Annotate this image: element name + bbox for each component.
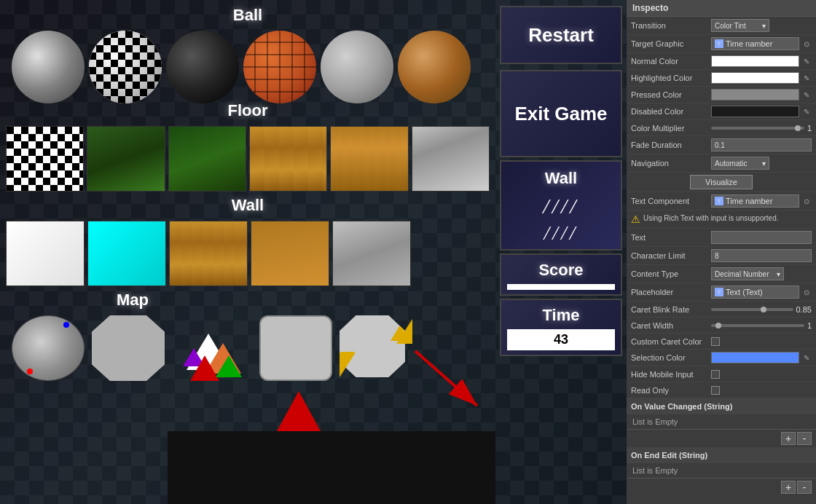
wall-tile-cyan[interactable] bbox=[87, 221, 166, 286]
text-component-row: Text Component T Time namber ⊙ bbox=[627, 192, 816, 210]
target-graphic-pick-btn[interactable]: ⊙ bbox=[801, 39, 812, 49]
selection-color-box[interactable] bbox=[711, 352, 799, 363]
text-input[interactable] bbox=[711, 231, 812, 244]
target-graphic-value: T Time namber ⊙ bbox=[711, 37, 812, 50]
normal-color-box[interactable] bbox=[711, 55, 799, 67]
floor-tile-checker[interactable] bbox=[6, 126, 84, 192]
pressed-color-box[interactable] bbox=[711, 89, 799, 101]
text-label: Text bbox=[631, 233, 711, 242]
restart-button[interactable]: Restart bbox=[500, 6, 622, 64]
custom-caret-color-row: Custom Caret Color bbox=[627, 334, 816, 350]
content-type-value: Decimal Number ▾ bbox=[711, 267, 812, 280]
visualize-row: Visualize bbox=[627, 173, 816, 192]
disabled-color-box[interactable] bbox=[711, 106, 799, 117]
selection-color-edit-btn[interactable]: ✎ bbox=[801, 353, 812, 363]
highlighted-color-label: Highlighted Color bbox=[631, 74, 711, 82]
wall-tile-metal[interactable] bbox=[332, 221, 411, 286]
ball-checker[interactable] bbox=[89, 31, 162, 103]
normal-color-row: Normal Color ✎ bbox=[627, 53, 816, 70]
color-multiplier-value: 1 bbox=[711, 124, 812, 133]
ball-section: Ball bbox=[0, 0, 495, 109]
on-value-changed-controls: + - bbox=[627, 429, 816, 447]
caret-blink-rate-slider[interactable] bbox=[711, 308, 793, 311]
content-type-dropdown[interactable]: Decimal Number ▾ bbox=[711, 267, 784, 280]
wall-tile-wood1[interactable] bbox=[169, 221, 248, 286]
wall-section-label: Wall bbox=[0, 193, 495, 218]
on-value-changed-header: On Value Changed (String) bbox=[627, 398, 816, 414]
wall-panel-label: Wall bbox=[504, 166, 618, 191]
caret-width-row: Caret Width 1 bbox=[627, 318, 816, 334]
transition-value: Color Tint ▾ bbox=[711, 19, 812, 32]
map-section-label: Map bbox=[0, 288, 495, 312]
floor-tile-wood2[interactable] bbox=[330, 126, 408, 192]
floor-section-label: Floor bbox=[0, 98, 495, 123]
ball-section-label: Ball bbox=[6, 3, 490, 28]
caret-blink-rate-row: Caret Blink Rate 0.85 bbox=[627, 302, 816, 318]
map-triangles[interactable] bbox=[172, 315, 252, 381]
ball-basketball[interactable] bbox=[243, 31, 316, 103]
ball-dark[interactable] bbox=[166, 31, 239, 103]
read-only-checkbox[interactable] bbox=[711, 386, 720, 395]
inspector-panel: Inspecto Transition Color Tint ▾ Target … bbox=[627, 0, 816, 504]
read-only-label: Read Only bbox=[631, 386, 711, 395]
navigation-dropdown[interactable]: Automatic ▾ bbox=[711, 157, 769, 170]
svg-line-1 bbox=[415, 351, 477, 406]
pressed-color-row: Pressed Color ✎ bbox=[627, 87, 816, 103]
char-limit-row: Character Limit bbox=[627, 247, 816, 265]
map-rounded-rect[interactable] bbox=[259, 315, 332, 381]
wall-tile-wood2[interactable] bbox=[251, 221, 329, 286]
color-multiplier-slider-row: 1 bbox=[711, 124, 812, 133]
hide-mobile-input-checkbox[interactable] bbox=[711, 370, 720, 379]
on-end-edit-add-btn[interactable]: + bbox=[781, 481, 796, 494]
on-value-changed-remove-btn[interactable]: - bbox=[797, 432, 812, 445]
highlighted-color-box[interactable] bbox=[711, 72, 799, 84]
floor-tile-wood1[interactable] bbox=[249, 126, 327, 192]
score-label: Score bbox=[504, 258, 618, 283]
char-limit-label: Character Limit bbox=[631, 251, 711, 260]
exit-button[interactable]: Exit Game bbox=[500, 70, 622, 157]
color-multiplier-slider[interactable] bbox=[711, 127, 804, 130]
fade-duration-input[interactable] bbox=[711, 138, 812, 151]
time-value: 43 bbox=[507, 329, 615, 350]
caret-blink-rate-value: 0.85 bbox=[711, 305, 812, 314]
char-limit-input[interactable] bbox=[711, 249, 812, 262]
normal-color-edit-btn[interactable]: ✎ bbox=[801, 56, 812, 66]
score-value bbox=[507, 284, 615, 290]
selection-color-label: Selection Color bbox=[631, 353, 711, 362]
map-circle[interactable] bbox=[12, 315, 85, 381]
disabled-color-edit-btn[interactable]: ✎ bbox=[801, 106, 812, 117]
wall-tile-white[interactable] bbox=[6, 221, 85, 286]
placeholder-pick-btn[interactable]: ⊙ bbox=[801, 287, 812, 297]
highlighted-color-edit-btn[interactable]: ✎ bbox=[801, 73, 812, 83]
floor-tile-grass1[interactable] bbox=[87, 126, 165, 192]
ball-wood[interactable] bbox=[398, 31, 471, 103]
target-graphic-label: Target Graphic bbox=[631, 39, 711, 48]
placeholder-label: Placeholder bbox=[631, 288, 711, 296]
caret-width-slider[interactable] bbox=[711, 324, 804, 327]
wall-textures-row bbox=[0, 218, 495, 289]
placeholder-value: T Text (Text) ⊙ bbox=[711, 286, 812, 299]
target-graphic-ref[interactable]: T Time namber bbox=[711, 37, 799, 50]
wall-panel: Wall //// //// bbox=[500, 160, 622, 251]
placeholder-ref[interactable]: T Text (Text) bbox=[711, 286, 799, 299]
warning-box: ⚠ Using Rich Text with input is unsuppor… bbox=[627, 210, 816, 229]
floor-tile-metal[interactable] bbox=[412, 126, 490, 192]
text-component-label: Text Component bbox=[631, 197, 711, 205]
text-component-ref[interactable]: T Time namber bbox=[711, 194, 799, 208]
text-component-pick-btn[interactable]: ⊙ bbox=[801, 196, 812, 206]
visualize-button[interactable]: Visualize bbox=[690, 175, 753, 189]
on-end-edit-remove-btn[interactable]: - bbox=[797, 481, 812, 494]
custom-caret-color-value bbox=[711, 337, 812, 346]
tri-red bbox=[190, 355, 219, 381]
custom-caret-color-checkbox[interactable] bbox=[711, 337, 720, 346]
on-value-changed-add-btn[interactable]: + bbox=[781, 432, 796, 445]
floor-tile-grass2[interactable] bbox=[168, 126, 246, 192]
content-type-row: Content Type Decimal Number ▾ bbox=[627, 265, 816, 283]
pressed-color-edit-btn[interactable]: ✎ bbox=[801, 90, 812, 100]
ball-metal[interactable] bbox=[12, 31, 85, 103]
text-input-value bbox=[711, 231, 812, 244]
ball-gray[interactable] bbox=[321, 31, 393, 103]
custom-caret-color-label: Custom Caret Color bbox=[631, 337, 711, 346]
transition-dropdown[interactable]: Color Tint ▾ bbox=[711, 19, 769, 32]
map-octagon[interactable] bbox=[92, 315, 165, 381]
